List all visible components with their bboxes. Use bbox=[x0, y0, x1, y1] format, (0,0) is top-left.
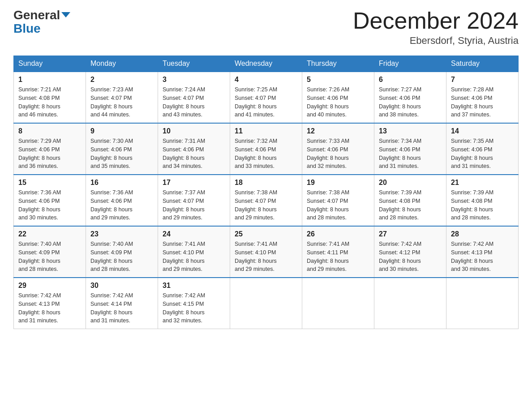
day-info: Sunrise: 7:39 AMSunset: 4:08 PMDaylight:… bbox=[451, 188, 514, 222]
col-wednesday: Wednesday bbox=[230, 56, 302, 72]
calendar-cell: 6Sunrise: 7:27 AMSunset: 4:06 PMDaylight… bbox=[374, 72, 446, 123]
day-number: 23 bbox=[90, 230, 153, 238]
day-info: Sunrise: 7:42 AMSunset: 4:12 PMDaylight:… bbox=[379, 240, 442, 274]
day-number: 21 bbox=[451, 179, 514, 187]
logo-triangle-icon bbox=[61, 12, 70, 17]
day-info: Sunrise: 7:42 AMSunset: 4:15 PMDaylight:… bbox=[163, 291, 225, 325]
day-info: Sunrise: 7:32 AMSunset: 4:06 PMDaylight:… bbox=[235, 137, 297, 171]
day-number: 28 bbox=[451, 230, 514, 238]
calendar-cell: 28Sunrise: 7:42 AMSunset: 4:13 PMDayligh… bbox=[446, 226, 519, 278]
day-number: 12 bbox=[307, 127, 369, 135]
day-info: Sunrise: 7:21 AMSunset: 4:08 PMDaylight:… bbox=[18, 86, 81, 119]
day-info: Sunrise: 7:30 AMSunset: 4:06 PMDaylight:… bbox=[90, 137, 153, 171]
day-info: Sunrise: 7:41 AMSunset: 4:11 PMDaylight:… bbox=[307, 240, 369, 274]
calendar-cell: 11Sunrise: 7:32 AMSunset: 4:06 PMDayligh… bbox=[230, 123, 302, 175]
calendar-cell bbox=[230, 278, 302, 329]
day-number: 17 bbox=[163, 179, 225, 187]
day-info: Sunrise: 7:36 AMSunset: 4:06 PMDaylight:… bbox=[90, 188, 153, 222]
calendar-cell: 7Sunrise: 7:28 AMSunset: 4:06 PMDaylight… bbox=[446, 72, 519, 123]
calendar-week-row: 29Sunrise: 7:42 AMSunset: 4:13 PMDayligh… bbox=[14, 278, 519, 329]
logo: General Blue bbox=[13, 9, 70, 35]
day-number: 24 bbox=[163, 230, 225, 238]
day-number: 7 bbox=[451, 76, 514, 84]
calendar-week-row: 22Sunrise: 7:40 AMSunset: 4:09 PMDayligh… bbox=[14, 226, 519, 278]
calendar-cell: 4Sunrise: 7:25 AMSunset: 4:07 PMDaylight… bbox=[230, 72, 302, 123]
location-subtitle: Ebersdorf, Styria, Austria bbox=[353, 35, 519, 47]
day-number: 9 bbox=[90, 127, 153, 135]
day-number: 6 bbox=[379, 76, 442, 84]
calendar-cell bbox=[374, 278, 446, 329]
day-number: 4 bbox=[235, 76, 297, 84]
day-number: 27 bbox=[379, 230, 442, 238]
calendar-cell: 12Sunrise: 7:33 AMSunset: 4:06 PMDayligh… bbox=[302, 123, 374, 175]
day-info: Sunrise: 7:39 AMSunset: 4:08 PMDaylight:… bbox=[379, 188, 442, 222]
day-number: 10 bbox=[163, 127, 225, 135]
header-row: Sunday Monday Tuesday Wednesday Thursday… bbox=[14, 56, 519, 72]
day-info: Sunrise: 7:41 AMSunset: 4:10 PMDaylight:… bbox=[163, 240, 225, 274]
calendar-cell: 23Sunrise: 7:40 AMSunset: 4:09 PMDayligh… bbox=[86, 226, 158, 278]
calendar-cell: 22Sunrise: 7:40 AMSunset: 4:09 PMDayligh… bbox=[14, 226, 86, 278]
day-info: Sunrise: 7:42 AMSunset: 4:13 PMDaylight:… bbox=[18, 291, 81, 325]
day-info: Sunrise: 7:26 AMSunset: 4:06 PMDaylight:… bbox=[307, 86, 369, 119]
calendar-cell: 10Sunrise: 7:31 AMSunset: 4:06 PMDayligh… bbox=[158, 123, 230, 175]
day-info: Sunrise: 7:23 AMSunset: 4:07 PMDaylight:… bbox=[90, 86, 153, 119]
col-monday: Monday bbox=[86, 56, 158, 72]
calendar-week-row: 8Sunrise: 7:29 AMSunset: 4:06 PMDaylight… bbox=[14, 123, 519, 175]
day-number: 30 bbox=[90, 282, 153, 290]
col-sunday: Sunday bbox=[14, 56, 86, 72]
logo-text-line2: Blue bbox=[13, 22, 41, 35]
month-title: December 2024 bbox=[353, 9, 519, 32]
calendar-cell: 30Sunrise: 7:42 AMSunset: 4:14 PMDayligh… bbox=[86, 278, 158, 329]
day-info: Sunrise: 7:35 AMSunset: 4:06 PMDaylight:… bbox=[451, 137, 514, 171]
calendar-cell: 5Sunrise: 7:26 AMSunset: 4:06 PMDaylight… bbox=[302, 72, 374, 123]
page-header: General Blue December 2024 Ebersdorf, St… bbox=[13, 9, 519, 47]
day-info: Sunrise: 7:33 AMSunset: 4:06 PMDaylight:… bbox=[307, 137, 369, 171]
day-number: 16 bbox=[90, 179, 153, 187]
calendar-cell: 29Sunrise: 7:42 AMSunset: 4:13 PMDayligh… bbox=[14, 278, 86, 329]
day-info: Sunrise: 7:34 AMSunset: 4:06 PMDaylight:… bbox=[379, 137, 442, 171]
day-number: 20 bbox=[379, 179, 442, 187]
day-info: Sunrise: 7:29 AMSunset: 4:06 PMDaylight:… bbox=[18, 137, 81, 171]
day-info: Sunrise: 7:38 AMSunset: 4:07 PMDaylight:… bbox=[235, 188, 297, 222]
day-info: Sunrise: 7:27 AMSunset: 4:06 PMDaylight:… bbox=[379, 86, 442, 119]
day-info: Sunrise: 7:24 AMSunset: 4:07 PMDaylight:… bbox=[163, 86, 225, 119]
calendar-cell: 8Sunrise: 7:29 AMSunset: 4:06 PMDaylight… bbox=[14, 123, 86, 175]
day-number: 3 bbox=[163, 76, 225, 84]
logo-general: General bbox=[13, 8, 60, 22]
logo-text-line1: General bbox=[13, 9, 70, 21]
day-number: 13 bbox=[379, 127, 442, 135]
calendar-cell: 31Sunrise: 7:42 AMSunset: 4:15 PMDayligh… bbox=[158, 278, 230, 329]
day-number: 26 bbox=[307, 230, 369, 238]
calendar-cell: 19Sunrise: 7:38 AMSunset: 4:07 PMDayligh… bbox=[302, 175, 374, 226]
day-info: Sunrise: 7:37 AMSunset: 4:07 PMDaylight:… bbox=[163, 188, 225, 222]
col-tuesday: Tuesday bbox=[158, 56, 230, 72]
calendar-cell: 2Sunrise: 7:23 AMSunset: 4:07 PMDaylight… bbox=[86, 72, 158, 123]
calendar-cell bbox=[302, 278, 374, 329]
calendar-table: Sunday Monday Tuesday Wednesday Thursday… bbox=[13, 56, 519, 329]
calendar-cell: 26Sunrise: 7:41 AMSunset: 4:11 PMDayligh… bbox=[302, 226, 374, 278]
day-number: 29 bbox=[18, 282, 81, 290]
day-info: Sunrise: 7:25 AMSunset: 4:07 PMDaylight:… bbox=[235, 86, 297, 119]
day-info: Sunrise: 7:38 AMSunset: 4:07 PMDaylight:… bbox=[307, 188, 369, 222]
calendar-cell: 13Sunrise: 7:34 AMSunset: 4:06 PMDayligh… bbox=[374, 123, 446, 175]
calendar-cell: 9Sunrise: 7:30 AMSunset: 4:06 PMDaylight… bbox=[86, 123, 158, 175]
day-info: Sunrise: 7:31 AMSunset: 4:06 PMDaylight:… bbox=[163, 137, 225, 171]
calendar-cell: 14Sunrise: 7:35 AMSunset: 4:06 PMDayligh… bbox=[446, 123, 519, 175]
col-thursday: Thursday bbox=[302, 56, 374, 72]
calendar-cell: 15Sunrise: 7:36 AMSunset: 4:06 PMDayligh… bbox=[14, 175, 86, 226]
col-friday: Friday bbox=[374, 56, 446, 72]
day-number: 22 bbox=[18, 230, 81, 238]
calendar-cell: 3Sunrise: 7:24 AMSunset: 4:07 PMDaylight… bbox=[158, 72, 230, 123]
col-saturday: Saturday bbox=[446, 56, 519, 72]
calendar-cell: 25Sunrise: 7:41 AMSunset: 4:10 PMDayligh… bbox=[230, 226, 302, 278]
day-number: 1 bbox=[18, 76, 81, 84]
day-number: 18 bbox=[235, 179, 297, 187]
calendar-cell: 16Sunrise: 7:36 AMSunset: 4:06 PMDayligh… bbox=[86, 175, 158, 226]
calendar-cell: 18Sunrise: 7:38 AMSunset: 4:07 PMDayligh… bbox=[230, 175, 302, 226]
calendar-cell bbox=[446, 278, 519, 329]
day-number: 2 bbox=[90, 76, 153, 84]
day-number: 14 bbox=[451, 127, 514, 135]
calendar-cell: 27Sunrise: 7:42 AMSunset: 4:12 PMDayligh… bbox=[374, 226, 446, 278]
calendar-cell: 17Sunrise: 7:37 AMSunset: 4:07 PMDayligh… bbox=[158, 175, 230, 226]
title-block: December 2024 Ebersdorf, Styria, Austria bbox=[353, 9, 519, 47]
